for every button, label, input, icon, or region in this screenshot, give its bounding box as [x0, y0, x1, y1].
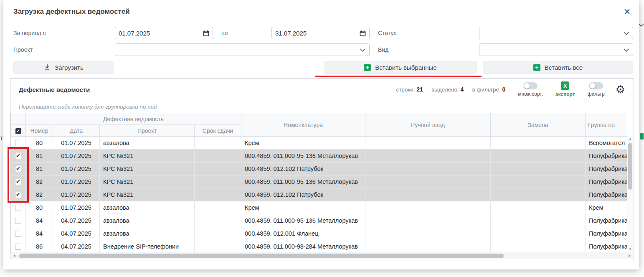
cell-nomenclature: 000.4859. 011.000-95-136 Металлорукав — [241, 214, 365, 227]
chevron-down-icon — [360, 46, 365, 53]
cell-number: 80 — [26, 201, 53, 214]
table-row[interactable]: 80 01.07.2025 авзалова Крем Вспомогател — [11, 137, 627, 150]
cell-manual — [365, 240, 491, 253]
horizontal-scrollbar[interactable]: ◄ ► — [11, 252, 633, 259]
cell-nomenclature: 000.4859. 012.001 Фланец — [241, 227, 365, 240]
row-checkbox[interactable] — [15, 244, 21, 250]
cell-date: 04.07.2025 — [53, 240, 100, 253]
table-row[interactable]: 84 04.07.2025 авзалова 000.4859. 011.000… — [11, 214, 627, 227]
cell-project: Внедрение SIP-телефонии — [100, 240, 195, 253]
annotation-red-box — [8, 147, 29, 203]
vertical-scrollbar[interactable]: ▲ ▼ — [627, 136, 633, 252]
cell-date: 01.07.2025 — [53, 137, 100, 150]
scroll-down-icon[interactable]: ▼ — [627, 247, 633, 252]
rows-count: строки: 21 — [396, 86, 423, 93]
table-row[interactable]: 86 04.07.2025 Внедрение SIP-телефонии 00… — [11, 240, 627, 253]
cell-due — [195, 227, 241, 240]
filter-toggle[interactable] — [589, 82, 603, 89]
column-group-header[interactable]: Дефектная ведомость — [26, 113, 241, 125]
cell-manual — [365, 214, 491, 227]
dialog-title: Загрузка дефектных ведомостей — [13, 8, 629, 16]
col-header-number[interactable]: Номер — [26, 125, 53, 137]
action-bar: Загрузить + Вставить выбранные + Вставит… — [3, 61, 639, 74]
cell-number: 81 — [26, 163, 53, 175]
type-select[interactable] — [479, 43, 633, 56]
horizontal-scroll-thumb[interactable] — [19, 254, 504, 258]
selected-count: выделено: 4 — [431, 86, 464, 93]
multisort-label: множ.сорт. — [518, 91, 543, 97]
table-row[interactable]: 82 01.07.2025 КРС №321 000.4859. 012.102… — [11, 188, 627, 201]
status-select[interactable] — [479, 27, 633, 39]
chevron-down-icon — [624, 29, 629, 37]
calendar-icon[interactable] — [203, 30, 209, 36]
download-icon — [44, 64, 51, 71]
gear-icon[interactable]: ⚙ — [616, 84, 625, 95]
row-checkbox[interactable] — [15, 218, 21, 224]
cell-group: Полуфабрика — [586, 214, 627, 227]
cell-due — [195, 163, 241, 175]
cell-due — [195, 175, 241, 188]
table-row[interactable]: 81 01.07.2025 КРС №321 000.4859. 011.000… — [11, 150, 627, 163]
col-header-nomenclature-group[interactable]: Группа но — [586, 113, 627, 137]
col-header-replacement[interactable]: Замена — [491, 113, 586, 137]
row-checkbox[interactable] — [15, 231, 21, 237]
table-row[interactable]: 81 01.07.2025 КРС №321 000.4859. 012.102… — [11, 163, 627, 175]
cell-replacement — [491, 201, 586, 214]
cell-date: 01.07.2025 — [53, 201, 100, 214]
table-row[interactable]: 80 01.07.2025 авзалова Крем Крем — [11, 201, 627, 214]
scroll-left-icon[interactable]: ◄ — [11, 252, 18, 259]
scroll-right-icon[interactable]: ► — [626, 252, 633, 259]
background-chevron-down-icon — [639, 21, 644, 28]
multisort-toggle-block: множ.сорт. — [518, 82, 543, 97]
cell-due — [195, 201, 241, 214]
col-header-date[interactable]: Дата — [53, 125, 100, 137]
multisort-toggle[interactable] — [523, 82, 538, 89]
table-row[interactable]: 82 01.07.2025 КРС №321 000.4859. 011.000… — [11, 175, 627, 188]
scroll-up-icon[interactable]: ▲ — [627, 136, 633, 142]
cell-number: 84 — [26, 227, 53, 240]
period-from-input[interactable] — [115, 27, 213, 39]
col-header-project[interactable]: Проект — [100, 125, 195, 137]
cell-manual — [365, 150, 491, 163]
cell-project: КРС №321 — [100, 175, 195, 188]
dialog-header: Загрузка дефектных ведомостей ✕ — [3, 0, 639, 16]
insert-selected-button[interactable]: + Вставить выбранные — [324, 61, 477, 74]
period-to-value[interactable] — [275, 30, 342, 37]
cell-replacement — [491, 150, 586, 163]
panel-title: Дефектные ведомости — [19, 86, 90, 93]
export-block: X экспорт — [555, 81, 575, 97]
select-all-cell — [11, 125, 26, 137]
row-checkbox[interactable] — [15, 205, 21, 211]
col-header-due-date[interactable]: Срок сдачи — [195, 125, 241, 137]
col-header-nomenclature[interactable]: Номенклатура — [241, 113, 365, 137]
cell-replacement — [491, 227, 586, 240]
cell-group: Полуфабрика — [586, 175, 627, 188]
cell-nomenclature: Крем — [241, 201, 365, 214]
group-by-hint: Перетащите сюда колонку для группировки … — [10, 100, 634, 113]
cell-manual — [365, 188, 491, 201]
panel-header: Дефектные ведомости строки: 21 выделено:… — [10, 79, 634, 100]
vertical-scroll-thumb[interactable] — [628, 143, 632, 190]
project-select[interactable] — [115, 43, 370, 56]
close-button[interactable]: ✕ — [622, 6, 632, 18]
insert-selected-label: Вставить выбранные — [375, 64, 436, 71]
calendar-icon[interactable] — [360, 30, 366, 36]
col-header-manual-input[interactable]: Ручной ввод — [365, 113, 491, 137]
select-all-checkbox[interactable] — [15, 128, 21, 134]
cell-manual — [365, 227, 491, 240]
cell-manual — [365, 137, 491, 150]
period-to-label: по — [213, 30, 271, 36]
insert-all-label: Вставить все — [545, 64, 583, 71]
row-checkbox[interactable] — [15, 140, 21, 146]
excel-export-icon[interactable]: X — [561, 81, 569, 90]
insert-all-button[interactable]: + Вставить все — [483, 61, 633, 74]
table-row[interactable]: 84 04.07.2025 авзалова 000.4859. 012.001… — [11, 227, 627, 240]
cell-date: 01.07.2025 — [53, 163, 100, 175]
period-from-value[interactable] — [119, 30, 185, 37]
dialog-load-defect-lists: Загрузка дефектных ведомостей ✕ За перио… — [3, 0, 639, 269]
form-row-project: Проект Вид — [3, 43, 639, 56]
cell-group: Вспомогател — [586, 137, 627, 150]
period-to-input[interactable] — [271, 27, 370, 39]
filtered-count: в фильтре: 0 — [472, 86, 505, 93]
load-button[interactable]: Загрузить — [13, 61, 114, 74]
